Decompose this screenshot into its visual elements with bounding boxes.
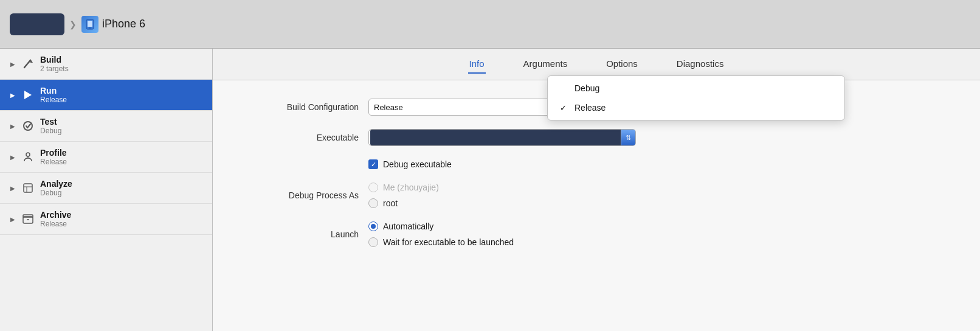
radio-auto-label: Automatically — [383, 221, 433, 231]
sidebar: ▶ Build 2 targets ▶ Run Rele — [0, 49, 213, 331]
sidebar-item-profile[interactable]: ▶ Profile Release — [0, 142, 212, 173]
build-icon — [21, 57, 35, 71]
executable-blurred-value — [370, 130, 621, 145]
tab-options[interactable]: Options — [605, 55, 639, 74]
debug-process-label: Debug Process As — [237, 190, 359, 200]
launch-radio-group: Automatically Wait for executable to be … — [368, 221, 514, 247]
main-layout: ▶ Build 2 targets ▶ Run Rele — [0, 49, 980, 331]
svg-marker-4 — [30, 59, 33, 63]
dropdown-popup: Debug ✓ Release — [547, 75, 845, 120]
executable-arrow-icon: ⇅ — [621, 130, 635, 145]
sidebar-name-build: Build — [40, 55, 69, 64]
test-icon — [21, 119, 35, 133]
debug-process-control: Me (zhouyajie) root — [368, 183, 439, 208]
run-icon — [21, 88, 35, 102]
radio-wait[interactable]: Wait for executable to be launched — [368, 237, 514, 247]
iphone-icon — [81, 16, 98, 33]
tab-arguments[interactable]: Arguments — [522, 55, 569, 74]
sidebar-text-test: Test Debug — [40, 117, 61, 135]
build-config-select[interactable]: Release ⇅ — [368, 99, 563, 116]
build-config-value: Release — [369, 103, 548, 112]
executable-control: ⇅ — [368, 129, 636, 146]
radio-auto-circle — [368, 221, 378, 231]
debug-process-radio-group: Me (zhouyajie) root — [368, 183, 439, 208]
breadcrumb-chevron: ❯ — [69, 19, 77, 29]
dropdown-label-release: Release — [575, 103, 606, 113]
radio-me-circle — [368, 183, 378, 192]
debug-executable-row: ✓ Debug executable — [368, 159, 956, 169]
build-config-label: Build Configuration — [237, 102, 359, 112]
sidebar-sub-archive: Release — [40, 220, 71, 228]
dropdown-item-release[interactable]: ✓ Release — [548, 98, 844, 117]
dropdown-label-debug: Debug — [575, 83, 599, 93]
svg-marker-5 — [24, 91, 32, 99]
top-bar-blurred — [10, 13, 64, 35]
radio-root-circle — [368, 198, 378, 208]
sidebar-item-archive[interactable]: ▶ Archive Release — [0, 204, 212, 235]
dropdown-item-debug[interactable]: Debug — [548, 78, 844, 98]
svg-rect-1 — [88, 21, 92, 27]
debug-process-row: Debug Process As Me (zhouyajie) root — [237, 183, 956, 208]
sidebar-text-build: Build 2 targets — [40, 55, 69, 73]
expand-arrow-build: ▶ — [9, 60, 17, 68]
radio-root[interactable]: root — [368, 198, 439, 208]
sidebar-text-analyze: Analyze Debug — [40, 179, 72, 197]
sidebar-sub-test: Debug — [40, 127, 61, 135]
content-area: Info Arguments Options Diagnostics Build… — [213, 49, 980, 331]
launch-row: Launch Automatically Wait for executable… — [237, 221, 956, 247]
build-config-control: Release ⇅ — [368, 99, 563, 116]
svg-point-6 — [24, 122, 32, 130]
radio-me-label: Me (zhouyajie) — [383, 183, 439, 192]
sidebar-item-build[interactable]: ▶ Build 2 targets — [0, 49, 212, 80]
tab-diagnostics[interactable]: Diagnostics — [675, 55, 725, 74]
svg-line-8 — [27, 124, 30, 128]
sidebar-sub-profile: Release — [40, 158, 67, 166]
debug-executable-control: ✓ Debug executable — [368, 159, 452, 169]
expand-arrow-run: ▶ — [9, 91, 17, 99]
sidebar-sub-run: Release — [40, 96, 67, 104]
sidebar-sub-build: 2 targets — [40, 64, 69, 73]
svg-rect-11 — [24, 184, 32, 192]
sidebar-item-run[interactable]: ▶ Run Release — [0, 80, 212, 111]
launch-label: Launch — [237, 229, 359, 239]
sidebar-name-run: Run — [40, 86, 67, 96]
profile-icon — [21, 150, 35, 164]
launch-control: Automatically Wait for executable to be … — [368, 221, 514, 247]
top-bar: ❯ iPhone 6 — [0, 0, 980, 49]
expand-arrow-test: ▶ — [9, 122, 17, 130]
radio-automatically[interactable]: Automatically — [368, 221, 514, 231]
expand-arrow-analyze: ▶ — [9, 184, 17, 192]
svg-point-2 — [89, 27, 91, 29]
radio-wait-circle — [368, 237, 378, 247]
svg-point-9 — [26, 153, 30, 156]
tab-info[interactable]: Info — [468, 55, 486, 74]
sidebar-name-archive: Archive — [40, 210, 71, 220]
radio-wait-label: Wait for executable to be launched — [383, 237, 514, 247]
svg-rect-15 — [23, 215, 33, 217]
expand-arrow-profile: ▶ — [9, 153, 17, 161]
analyze-icon — [21, 181, 35, 195]
executable-row: Executable ⇅ — [237, 129, 956, 146]
sidebar-item-analyze[interactable]: ▶ Analyze Debug — [0, 173, 212, 204]
page-title: iPhone 6 — [102, 18, 145, 30]
debug-executable-checkbox-label: Debug executable — [383, 159, 452, 169]
sidebar-name-test: Test — [40, 117, 61, 127]
svg-line-3 — [24, 60, 30, 68]
sidebar-text-profile: Profile Release — [40, 148, 67, 166]
radio-me[interactable]: Me (zhouyajie) — [368, 183, 439, 192]
sidebar-name-analyze: Analyze — [40, 179, 72, 189]
expand-arrow-archive: ▶ — [9, 215, 17, 223]
executable-label: Executable — [237, 133, 359, 142]
dropdown-check-release: ✓ — [560, 103, 572, 113]
debug-executable-checkbox[interactable]: ✓ — [368, 159, 378, 169]
sidebar-name-profile: Profile — [40, 148, 67, 158]
sidebar-sub-analyze: Debug — [40, 189, 72, 197]
sidebar-item-test[interactable]: ▶ Test Debug — [0, 111, 212, 142]
dropdown-check-debug — [560, 84, 572, 93]
executable-input[interactable]: ⇅ — [368, 129, 636, 146]
sidebar-text-archive: Archive Release — [40, 210, 71, 228]
archive-icon — [21, 212, 35, 226]
radio-root-label: root — [383, 198, 398, 208]
sidebar-text-run: Run Release — [40, 86, 67, 104]
